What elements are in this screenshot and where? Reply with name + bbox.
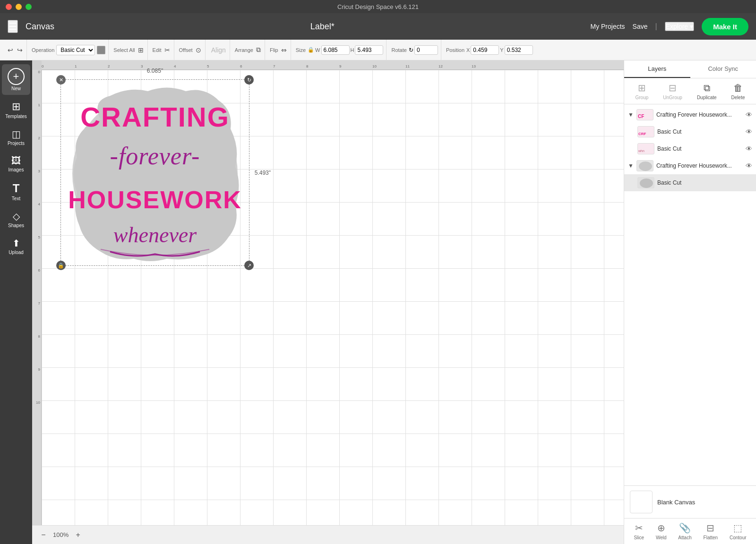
new-icon: + xyxy=(8,68,25,85)
tab-color-sync[interactable]: Color Sync xyxy=(690,60,756,78)
zoom-out-button[interactable]: − xyxy=(38,529,49,541)
item3-thumbnail xyxy=(637,177,654,188)
attach-label: Attach xyxy=(678,535,691,540)
menu-button[interactable]: ☰ xyxy=(8,20,18,33)
app-title: Cricut Design Space v6.6.121 xyxy=(337,3,419,10)
select-all-button[interactable]: ⊞ xyxy=(137,45,145,55)
layer-item-3[interactable]: Basic Cut xyxy=(624,174,756,191)
minimize-button[interactable] xyxy=(16,4,22,10)
blank-canvas-row: Blank Canvas xyxy=(624,486,756,518)
group2-visibility-icon[interactable]: 👁 xyxy=(746,162,752,170)
offset-button[interactable]: ⊙ xyxy=(195,45,202,55)
sidebar-item-images[interactable]: 🖼 Images xyxy=(2,152,30,176)
resize-handle[interactable]: ↗ xyxy=(244,261,254,270)
svg-text:whn: whn xyxy=(638,149,644,153)
item2-name: Basic Cut xyxy=(657,145,743,152)
close-handle[interactable]: ✕ xyxy=(56,75,66,85)
layer-item-2[interactable]: whn Basic Cut 👁 xyxy=(624,140,756,157)
group-tool[interactable]: ⊞ Group xyxy=(636,82,649,100)
flatten-icon: ⊟ xyxy=(706,522,714,534)
sidebar-item-upload-label: Upload xyxy=(9,250,24,255)
sidebar-item-text-label: Text xyxy=(12,196,20,201)
operation-select[interactable]: Basic Cut xyxy=(56,45,95,55)
rotate-group: Rotate ↻ xyxy=(388,40,441,60)
flatten-action[interactable]: ⊟ Flatten xyxy=(704,522,718,540)
explore-button[interactable]: Explore ▾ xyxy=(665,22,694,31)
flip-button[interactable]: ⇔ xyxy=(280,45,288,55)
ungroup-icon: ⊟ xyxy=(669,82,677,94)
layer-item-1[interactable]: CRF Basic Cut 👁 xyxy=(624,123,756,140)
arrange-button[interactable]: ⧉ xyxy=(255,45,262,55)
redo-button[interactable]: ↪ xyxy=(16,45,24,55)
sidebar-item-templates-label: Templates xyxy=(5,114,27,119)
flip-group: Flip ⇔ xyxy=(267,40,291,60)
rotate-input[interactable] xyxy=(414,45,438,55)
my-projects-button[interactable]: My Projects xyxy=(590,23,625,30)
window-controls[interactable] xyxy=(6,4,32,10)
document-label[interactable]: Label* xyxy=(310,22,335,32)
weld-action[interactable]: ⊕ Weld xyxy=(656,522,667,540)
arrange-group: Arrange ⧉ xyxy=(232,40,265,60)
sidebar-item-new[interactable]: + New xyxy=(2,64,30,95)
zoom-in-button[interactable]: + xyxy=(72,529,84,541)
upload-icon: ⬆ xyxy=(12,238,20,249)
y-input[interactable] xyxy=(505,45,533,55)
design-element[interactable]: 6.085" 5.493" ✕ ↻ 🔒 ↗ xyxy=(63,82,247,264)
maximize-button[interactable] xyxy=(26,4,32,10)
color-swatch[interactable] xyxy=(97,46,105,54)
shapes-icon: ◇ xyxy=(13,211,20,222)
edit-button[interactable]: ✂ xyxy=(163,45,171,55)
item1-thumbnail: CRF xyxy=(637,126,654,137)
h-label: H xyxy=(351,47,354,53)
svg-text:CF: CF xyxy=(638,114,644,119)
tab-layers[interactable]: Layers xyxy=(624,60,690,78)
lock-handle[interactable]: 🔒 xyxy=(56,261,66,270)
make-it-button[interactable]: Make It xyxy=(702,18,748,35)
canvas-area[interactable]: 0 1 2 3 4 5 6 7 8 9 10 11 12 13 xyxy=(32,60,624,544)
contour-action[interactable]: ⬚ Contour xyxy=(730,522,747,540)
save-button[interactable]: Save xyxy=(633,23,648,30)
sidebar-item-text[interactable]: T Text xyxy=(2,178,30,205)
x-input[interactable] xyxy=(471,45,499,55)
sidebar-item-templates[interactable]: ⊞ Templates xyxy=(2,97,30,123)
edit-group: Edit ✂ xyxy=(150,40,174,60)
height-input[interactable] xyxy=(355,45,383,55)
lock-icon: 🔒 xyxy=(308,47,314,53)
item2-visibility-icon[interactable]: 👁 xyxy=(746,145,752,153)
close-button[interactable] xyxy=(6,4,12,10)
weld-icon: ⊕ xyxy=(657,522,665,534)
svg-text:CRF: CRF xyxy=(638,132,646,136)
rotate-handle[interactable]: ↻ xyxy=(244,75,254,85)
layer-group-2-header[interactable]: ▼ Crafting Forever Housework... 👁 xyxy=(624,157,756,174)
flip-label: Flip xyxy=(270,47,278,53)
align-button[interactable]: Align xyxy=(210,45,227,55)
width-input[interactable] xyxy=(321,45,350,55)
sidebar-item-shapes[interactable]: ◇ Shapes xyxy=(2,207,30,232)
duplicate-tool[interactable]: ⧉ Duplicate xyxy=(697,83,717,100)
y-label: Y xyxy=(500,47,503,53)
ungroup-tool[interactable]: ⊟ UnGroup xyxy=(663,82,682,100)
toolbar: ↩ ↪ Operation Basic Cut Select All ⊞ Edi… xyxy=(0,40,756,60)
delete-label: Delete xyxy=(731,95,745,100)
duplicate-icon: ⧉ xyxy=(704,83,710,94)
layers-list: ▼ CF Crafting Forever Housework... 👁 CRF… xyxy=(624,104,756,485)
blank-canvas-thumbnail xyxy=(630,491,653,513)
undo-button[interactable]: ↩ xyxy=(7,45,14,55)
rotate-label: Rotate xyxy=(391,47,406,53)
item1-visibility-icon[interactable]: 👁 xyxy=(746,128,752,136)
slice-icon: ✂ xyxy=(635,522,643,534)
layer-group-1-header[interactable]: ▼ CF Crafting Forever Housework... 👁 xyxy=(624,106,756,123)
slice-action[interactable]: ✂ Slice xyxy=(634,522,644,540)
text-icon: T xyxy=(13,182,20,195)
sidebar-item-projects[interactable]: ◫ Projects xyxy=(2,125,30,150)
delete-tool[interactable]: 🗑 Delete xyxy=(731,83,745,100)
operation-label: Operation xyxy=(32,47,54,53)
canvas-grid[interactable]: 6.085" 5.493" ✕ ↻ 🔒 ↗ xyxy=(42,70,624,525)
sidebar-item-upload[interactable]: ⬆ Upload xyxy=(2,234,30,259)
top-navigation: ☰ Canvas Label* My Projects Save | Explo… xyxy=(0,13,756,40)
group1-visibility-icon[interactable]: 👁 xyxy=(746,111,752,119)
item1-name: Basic Cut xyxy=(657,128,743,135)
align-label: Align xyxy=(211,46,226,54)
attach-action[interactable]: 📎 Attach xyxy=(678,522,691,540)
undo-redo-group: ↩ ↪ xyxy=(4,40,27,60)
